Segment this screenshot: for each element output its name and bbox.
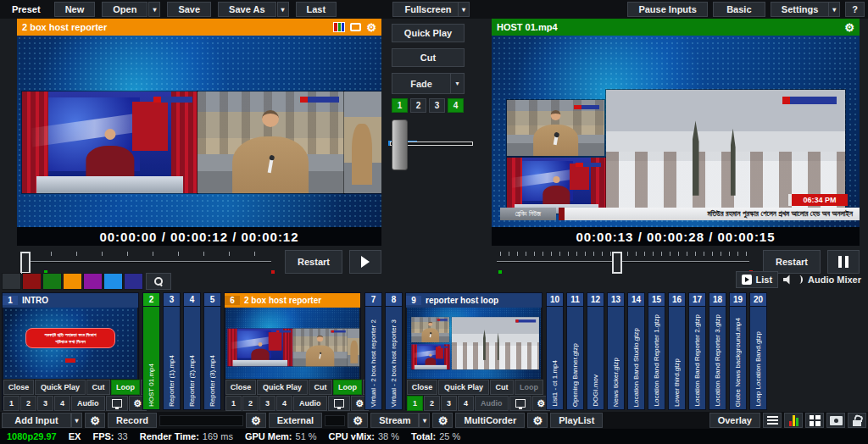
overlay-1-button[interactable]: 1: [225, 396, 242, 411]
snapshot-button[interactable]: [826, 413, 845, 428]
color-filter-purple[interactable]: [83, 273, 103, 290]
overlay-4-button[interactable]: 4: [458, 396, 474, 411]
monitor-button[interactable]: [509, 396, 531, 411]
input-19[interactable]: 19 Globe News background.mp4: [729, 292, 747, 410]
transition-3-button[interactable]: 3: [429, 98, 445, 113]
input-6-header[interactable]: 6 2 box host reporter: [225, 293, 360, 308]
help-button[interactable]: ?: [845, 2, 865, 17]
menu-button[interactable]: [763, 413, 782, 428]
preview-settings-gear-icon[interactable]: ⚙: [366, 22, 376, 33]
record-button[interactable]: Record: [108, 413, 157, 428]
input-11[interactable]: 11 Opening Banner.gtzp: [566, 292, 584, 410]
stream-settings-button[interactable]: ⚙: [348, 413, 368, 428]
playlist-settings-button[interactable]: ⚙: [527, 413, 548, 428]
add-input-button[interactable]: Add Input: [2, 413, 71, 428]
save-as-dropdown-arrow[interactable]: ▾: [277, 2, 289, 17]
input-9[interactable]: 9 reporter host loop: [405, 292, 542, 410]
search-button[interactable]: [146, 273, 171, 290]
input-16[interactable]: 16 Lower third.gtzp: [668, 292, 686, 410]
overlay-3-button[interactable]: 3: [37, 396, 53, 411]
new-button[interactable]: New: [54, 2, 96, 17]
program-settings-gear-icon[interactable]: ⚙: [844, 22, 854, 33]
quick-play-button[interactable]: Quick Play: [35, 380, 86, 395]
fullscreen-button[interactable]: Fullscreen: [392, 2, 464, 17]
last-button[interactable]: Last: [296, 2, 337, 17]
stream-dropdown-arrow[interactable]: ▾: [419, 413, 430, 428]
preview-video[interactable]: [17, 36, 381, 227]
transition-4-button[interactable]: 4: [448, 98, 464, 113]
program-seek-handle[interactable]: [612, 252, 622, 274]
color-filter-orange[interactable]: [63, 273, 82, 290]
stream-button[interactable]: Stream: [370, 413, 419, 428]
fullscreen-dropdown-arrow[interactable]: ▾: [458, 2, 470, 17]
overlay-3-button[interactable]: 3: [259, 396, 275, 411]
input-13[interactable]: 13 News ticker.gtzp: [607, 292, 625, 410]
overlay-button[interactable]: Overlay: [709, 413, 760, 428]
fade-dropdown-arrow[interactable]: ▾: [450, 74, 464, 93]
close-button[interactable]: Close: [3, 380, 34, 395]
color-filter-green[interactable]: [42, 273, 62, 290]
open-dropdown-arrow[interactable]: ▾: [148, 2, 160, 17]
overlay-2-button[interactable]: 2: [20, 396, 36, 411]
preview-seek-bar[interactable]: [19, 248, 278, 275]
transition-1-button[interactable]: 1: [392, 98, 408, 113]
input-17[interactable]: 17 Location Band Reporter 2.gtzp: [688, 292, 706, 410]
preview-restart-button[interactable]: Restart: [285, 250, 342, 274]
layout-grid-button[interactable]: [805, 413, 824, 428]
playlist-button[interactable]: PlayList: [550, 413, 603, 428]
color-filter-none[interactable]: [2, 273, 21, 290]
overlay-4-button[interactable]: 4: [54, 396, 70, 411]
overlay-4-button[interactable]: 4: [276, 396, 292, 411]
input-6[interactable]: 6 2 box host reporter: [224, 292, 361, 410]
input-12[interactable]: 12 DOGI.mov: [587, 292, 604, 410]
resolution-indicator[interactable]: 1080p29.97: [7, 431, 57, 441]
audio-mixer-label[interactable]: Audio Mixer: [808, 275, 861, 285]
input-9-header[interactable]: 9 reporter host loop: [406, 293, 542, 308]
cut-button[interactable]: Cut: [392, 48, 465, 67]
lock-button[interactable]: [848, 413, 866, 428]
program-seek-bar[interactable]: [493, 248, 756, 275]
audio-button[interactable]: Audio: [293, 396, 327, 411]
record-settings-button[interactable]: ⚙: [85, 413, 105, 428]
color-filter-red[interactable]: [22, 273, 42, 290]
input-20[interactable]: 20 Loop Location Band.gtzp: [749, 292, 767, 410]
input-2[interactable]: 2 HOST 01.mp4: [142, 292, 160, 410]
cut-button[interactable]: Cut: [309, 380, 332, 395]
external-settings-button[interactable]: ⚙: [246, 413, 266, 428]
preview-seek-handle[interactable]: [20, 252, 31, 274]
close-button[interactable]: Close: [407, 380, 437, 395]
save-button[interactable]: Save: [167, 2, 211, 17]
multicorder-button[interactable]: MultiCorder: [455, 413, 525, 428]
basic-button[interactable]: Basic: [713, 2, 765, 17]
cut-button[interactable]: Cut: [86, 380, 110, 395]
input-4[interactable]: 4 Reporter (2).mp4: [183, 292, 201, 410]
input-10[interactable]: 10 List1 - ct 1.mp4: [546, 292, 564, 410]
close-button[interactable]: Close: [225, 380, 256, 395]
t-bar-handle[interactable]: [392, 119, 408, 170]
quick-play-button[interactable]: Quick Play: [257, 380, 308, 395]
audio-meter-button[interactable]: [784, 413, 803, 428]
pause-inputs-button[interactable]: Pause Inputs: [627, 2, 707, 17]
multicorder-settings-button[interactable]: ⚙: [432, 413, 453, 428]
input-7[interactable]: 7 Virtual - 2 box host reporter 2: [364, 292, 382, 410]
input-5[interactable]: 5 Reporter (3).mp4: [203, 292, 221, 410]
program-video[interactable]: 06:34 PM ব্রেকিং নিউজ মতিউর রহমান পুরস্ক…: [492, 36, 860, 227]
program-restart-button[interactable]: Restart: [763, 250, 821, 274]
loop-button[interactable]: Loop: [333, 380, 362, 395]
input-14[interactable]: 14 Location Band Studio.gtzp: [627, 292, 645, 410]
input-1-thumbnail[interactable]: সরকারি প্রতি সহায়তা করে নিয়োগ পরিবারে …: [3, 308, 137, 379]
overlay-2-button[interactable]: 2: [242, 396, 259, 411]
color-filter-blue[interactable]: [103, 273, 123, 290]
input-3[interactable]: 3 Reporter (1).mp4: [163, 292, 181, 410]
external-button[interactable]: External: [269, 413, 322, 428]
overlay-1-button[interactable]: 1: [3, 396, 19, 411]
fullscreen-preview-icon[interactable]: [350, 23, 361, 31]
program-pause-button[interactable]: [827, 250, 860, 274]
settings-button[interactable]: Settings: [771, 2, 829, 17]
fade-button[interactable]: Fade ▾: [392, 73, 465, 94]
loop-button[interactable]: Loop: [515, 380, 543, 395]
input-15[interactable]: 15 Location Band Reporter 1.gtzp: [648, 292, 665, 410]
audio-button[interactable]: Audio: [71, 396, 105, 411]
overlay-3-button[interactable]: 3: [441, 396, 457, 411]
color-filter-navy[interactable]: [124, 273, 143, 290]
